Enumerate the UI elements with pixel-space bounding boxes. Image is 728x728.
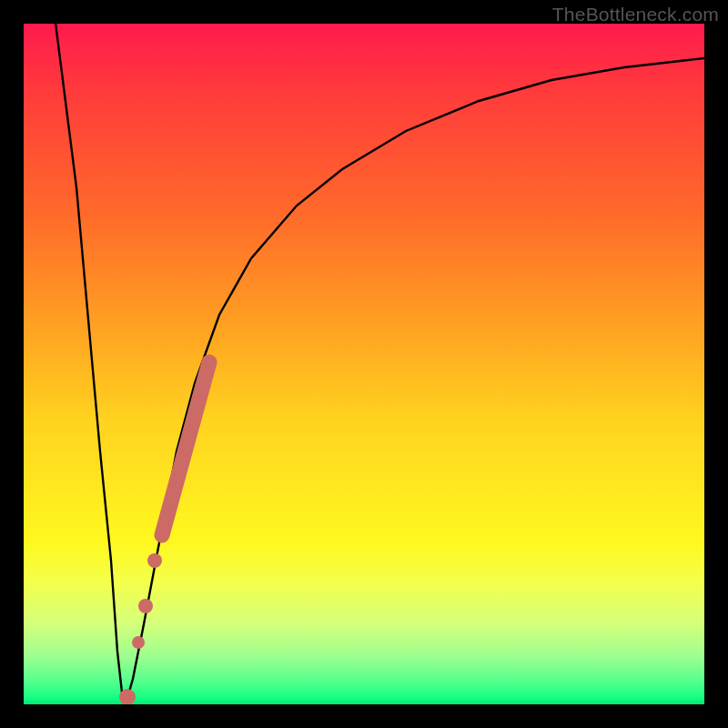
highlight-dot-upper (147, 553, 162, 568)
chart-frame: TheBottleneck.com (0, 0, 728, 728)
highlight-dot-lower (138, 599, 153, 613)
bottleneck-curve-svg (24, 24, 704, 704)
highlight-dot-mid (132, 636, 145, 649)
highlight-segment (162, 362, 209, 535)
watermark-text: TheBottleneck.com (552, 4, 719, 25)
plot-area (24, 24, 704, 704)
